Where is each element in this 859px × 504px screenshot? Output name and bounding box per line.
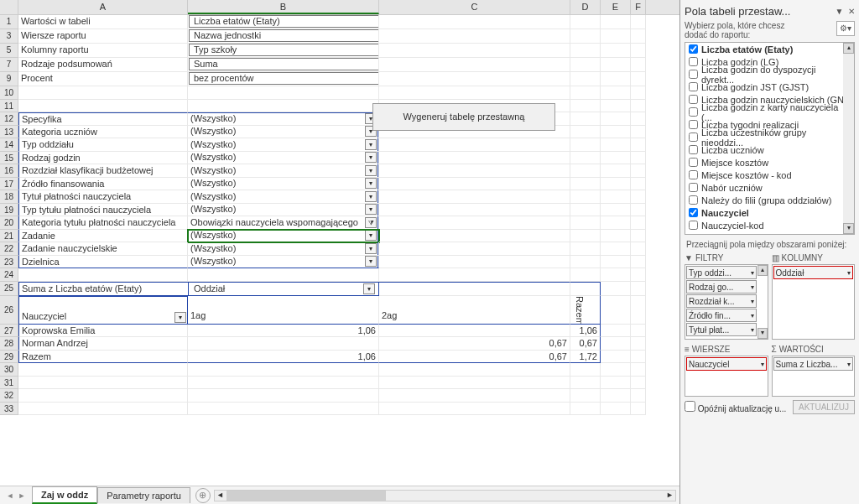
col-header-B[interactable]: B xyxy=(188,0,379,14)
col-header-D[interactable]: D xyxy=(570,0,601,14)
pivot-row-field[interactable]: Nauczyciel▾ xyxy=(18,296,188,325)
pivot-total[interactable]: 1,72 xyxy=(570,351,601,364)
sheet-tab-active[interactable]: Zaj w oddz xyxy=(32,486,97,504)
row-header[interactable]: 25 xyxy=(0,282,18,296)
pivot-filter-value[interactable]: (Wszystko)▾ xyxy=(188,204,379,217)
pivot-filter-label[interactable]: Źródło finansowania xyxy=(18,178,188,191)
field-list-item[interactable]: Nauczyciel xyxy=(685,206,854,219)
row-header[interactable]: 23 xyxy=(0,256,18,269)
row-header[interactable]: 12 xyxy=(0,112,18,126)
chevron-down-icon[interactable]: ▾ xyxy=(365,178,377,189)
area-item-nauczyciel[interactable]: Nauczyciel▾ xyxy=(686,357,767,371)
pivot-row-label[interactable]: Koprowska Emilia xyxy=(18,325,188,338)
row-header[interactable]: 15 xyxy=(0,152,18,165)
update-button[interactable]: AKTUALIZUJ xyxy=(793,400,855,414)
select-all-corner[interactable] xyxy=(0,0,18,15)
field-checkbox[interactable] xyxy=(689,145,698,154)
chevron-down-icon[interactable]: ▾ xyxy=(365,204,377,215)
pivot-value[interactable]: 0,67 xyxy=(379,337,570,351)
pivot-filter-value[interactable]: (Wszystko)▾ xyxy=(188,256,379,269)
row-header[interactable]: 30 xyxy=(0,363,18,377)
chevron-down-icon[interactable]: ▾ xyxy=(751,298,754,305)
param-label[interactable]: Wartości w tabeli xyxy=(18,15,188,29)
param-label[interactable]: Kolumny raportu xyxy=(18,44,188,58)
chevron-down-icon[interactable]: ▾ xyxy=(365,243,377,254)
pivot-filter-value[interactable]: (Wszystko)▾ xyxy=(188,138,379,152)
row-header[interactable]: 10 xyxy=(0,86,18,100)
gear-icon[interactable]: ⚙▾ xyxy=(836,21,855,36)
add-sheet-icon[interactable]: ⊕ xyxy=(195,488,211,503)
row-header[interactable]: 26 xyxy=(0,296,18,325)
field-checkbox[interactable] xyxy=(689,120,698,129)
field-list-item[interactable]: Miejsce kosztów - kod xyxy=(685,169,854,181)
pivot-filter-value[interactable]: (Wszystko)▾ xyxy=(188,242,379,256)
pivot-filter-value[interactable]: (Wszystko)▾ xyxy=(188,190,379,204)
pivot-values-label[interactable]: Suma z Liczba etatów (Etaty) xyxy=(18,282,188,296)
pivot-filter-value[interactable]: (Wszystko)▾ xyxy=(188,178,379,191)
pivot-filter-value[interactable]: (Wszystko)▾ xyxy=(188,230,379,243)
pivot-filter-label[interactable]: Typ tytułu płatności nauczyciela xyxy=(18,204,188,217)
col-header-C[interactable]: C xyxy=(379,0,570,14)
pivot-col-2ag[interactable]: 2ag xyxy=(379,296,570,325)
field-checkbox[interactable] xyxy=(689,221,698,230)
area-item[interactable]: Rozdział k...▾ xyxy=(686,294,757,308)
pivot-col-1ag[interactable]: 1ag xyxy=(188,296,379,325)
param-value-cell[interactable]: Liczba etatów (Etaty)▾ xyxy=(188,15,379,29)
pivot-row-label[interactable]: Razem xyxy=(18,351,188,364)
scroll-down-icon[interactable]: ▾ xyxy=(757,328,768,339)
pivot-value[interactable]: 1,06 xyxy=(188,351,379,364)
pivot-col-field[interactable]: Oddział▾ xyxy=(188,282,379,296)
scroll-up-icon[interactable]: ▴ xyxy=(757,265,768,276)
pivot-value[interactable] xyxy=(379,325,570,338)
pivot-filter-value[interactable]: (Wszystko)▾ xyxy=(188,126,379,139)
param-label[interactable]: Procent xyxy=(18,72,188,86)
row-header[interactable]: 9 xyxy=(0,72,18,86)
param-dropdown[interactable]: Nazwa jednostki▾ xyxy=(189,29,379,42)
pivot-total[interactable]: 0,67 xyxy=(570,337,601,351)
chevron-down-icon[interactable]: ▾ xyxy=(847,269,851,277)
col-header-F[interactable]: F xyxy=(631,0,646,14)
chevron-down-icon[interactable]: ▾ xyxy=(365,165,377,176)
area-filters-body[interactable]: Typ oddzi...▾Rodzaj go...▾Rozdział k...▾… xyxy=(685,264,768,340)
chevron-down-icon[interactable]: ▾ xyxy=(363,283,375,294)
chevron-down-icon[interactable]: ▾ xyxy=(761,361,764,368)
area-item-oddzial[interactable]: Oddział▾ xyxy=(773,266,854,279)
col-header-E[interactable]: E xyxy=(601,0,631,14)
row-header[interactable]: 32 xyxy=(0,389,18,403)
chevron-down-icon[interactable]: ▾ xyxy=(365,139,377,150)
field-checkbox[interactable] xyxy=(689,57,698,66)
chevron-down-icon[interactable]: ▾ xyxy=(174,312,186,323)
chevron-down-icon[interactable]: ▾ xyxy=(365,191,377,202)
row-header[interactable]: 33 xyxy=(0,403,18,416)
param-dropdown[interactable]: Typ szkoły▾ xyxy=(189,44,379,56)
field-list[interactable]: Liczba etatów (Etaty) Liczba godzin (LG)… xyxy=(685,42,855,235)
field-list-item[interactable]: Liczba godzin do dyspozycji dyrekt... xyxy=(685,68,854,81)
row-header[interactable]: 5 xyxy=(0,44,18,58)
pivot-total[interactable]: 1,06 xyxy=(570,325,601,338)
row-header[interactable]: 11 xyxy=(0,100,18,113)
field-list-item[interactable]: Nabór uczniów xyxy=(685,181,854,194)
row-header[interactable]: 16 xyxy=(0,164,18,178)
scroll-thumb[interactable] xyxy=(226,491,386,501)
field-checkbox[interactable] xyxy=(689,107,698,117)
row-header[interactable]: 20 xyxy=(0,216,18,230)
row-header[interactable]: 28 xyxy=(0,337,18,351)
pivot-value[interactable]: 1,06 xyxy=(188,325,379,338)
field-checkbox[interactable] xyxy=(689,158,698,167)
field-list-item[interactable]: Nauczyciel-kod xyxy=(685,219,854,231)
area-item[interactable]: Rodzaj go...▾ xyxy=(686,280,757,294)
row-header[interactable]: 21 xyxy=(0,230,18,243)
row-header[interactable]: 19 xyxy=(0,204,18,217)
area-values-body[interactable]: Suma z Liczba...▾ xyxy=(772,356,856,397)
param-dropdown[interactable]: Suma▾ xyxy=(189,58,379,70)
sheet-tab-other[interactable]: Parametry raportu xyxy=(97,487,190,503)
field-checkbox[interactable] xyxy=(689,208,698,217)
field-checkbox[interactable] xyxy=(689,70,698,79)
chevron-down-icon[interactable]: ▾ xyxy=(365,152,377,163)
row-header[interactable]: 3 xyxy=(0,29,18,44)
pivot-value[interactable] xyxy=(188,337,379,351)
row-header[interactable]: 29 xyxy=(0,351,18,364)
area-scrollbar[interactable]: ▴▾ xyxy=(757,265,768,339)
area-item[interactable]: Typ oddzi...▾ xyxy=(686,266,757,279)
field-list-scrollbar[interactable]: ▴ ▾ xyxy=(843,43,854,234)
